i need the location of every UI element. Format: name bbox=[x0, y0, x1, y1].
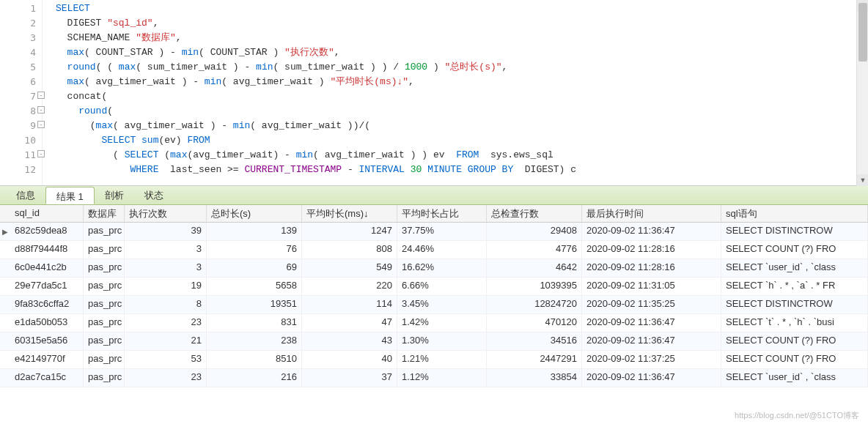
cell[interactable]: SELECT DISTINCTROW bbox=[721, 296, 868, 313]
cell[interactable]: 16.62% bbox=[397, 259, 487, 277]
fold-toggle-icon[interactable]: - bbox=[37, 92, 45, 99]
cell[interactable]: d88f79444f8 bbox=[10, 241, 84, 259]
cell[interactable]: 2020-09-02 11:35:25 bbox=[582, 296, 721, 313]
cell[interactable]: SELECT COUNT (?) FRO bbox=[721, 241, 868, 259]
cell[interactable]: 29408 bbox=[487, 223, 582, 240]
cell[interactable]: 29e77da5c1 bbox=[10, 278, 84, 295]
table-row[interactable]: 29e77da5c1pas_prc1956582206.66%103939520… bbox=[0, 278, 868, 296]
fold-toggle-icon[interactable]: - bbox=[37, 121, 45, 128]
cell[interactable]: 238 bbox=[207, 332, 302, 350]
cell[interactable]: 1.42% bbox=[397, 314, 487, 332]
cell[interactable]: pas_prc bbox=[84, 369, 125, 387]
cell[interactable]: 2020-09-02 11:37:25 bbox=[582, 351, 721, 368]
cell[interactable]: 2020-09-02 11:36:47 bbox=[582, 332, 721, 350]
cell[interactable]: pas_prc bbox=[84, 314, 125, 332]
cell[interactable]: 69 bbox=[207, 259, 302, 277]
col-last-exec[interactable]: 最后执行时间 bbox=[582, 205, 721, 222]
cell[interactable]: 8510 bbox=[207, 351, 302, 368]
cell[interactable]: 19351 bbox=[207, 296, 302, 313]
cell[interactable]: 808 bbox=[302, 241, 397, 259]
cell[interactable]: 6.66% bbox=[397, 278, 487, 295]
cell[interactable]: pas_prc bbox=[84, 223, 125, 240]
cell[interactable]: 139 bbox=[207, 223, 302, 240]
col-sql-text[interactable]: sql语句 bbox=[721, 205, 868, 222]
cell[interactable]: 216 bbox=[207, 369, 302, 387]
cell[interactable]: 8 bbox=[125, 296, 207, 313]
table-row[interactable]: 6c0e441c2bpas_prc36954916.62%46422020-09… bbox=[0, 259, 868, 278]
cell[interactable]: 1247 bbox=[302, 223, 397, 240]
cell[interactable]: pas_prc bbox=[84, 259, 125, 277]
cell[interactable]: 21 bbox=[125, 332, 207, 350]
tab-0[interactable]: 信息 bbox=[6, 186, 45, 204]
fold-toggle-icon[interactable]: - bbox=[37, 106, 45, 114]
cell[interactable]: 6c0e441c2b bbox=[10, 259, 84, 277]
sql-editor[interactable]: 1234567-8-9-1011-12 SELECT DIGEST "sql_i… bbox=[0, 0, 868, 186]
cell[interactable]: 220 bbox=[302, 278, 397, 295]
cell[interactable]: 5658 bbox=[207, 278, 302, 295]
cell[interactable]: 37.75% bbox=[397, 223, 487, 240]
cell[interactable]: 4776 bbox=[487, 241, 582, 259]
table-row[interactable]: 9fa83c6cffa2pas_prc8193511143.45%1282472… bbox=[0, 296, 868, 314]
cell[interactable]: pas_prc bbox=[84, 332, 125, 350]
cell[interactable]: 39 bbox=[125, 223, 207, 240]
cell[interactable]: 4642 bbox=[487, 259, 582, 277]
editor-scrollbar[interactable]: ▲ ▼ bbox=[856, 0, 868, 186]
cell[interactable]: 24.46% bbox=[397, 241, 487, 259]
cell[interactable]: 37 bbox=[302, 369, 397, 387]
cell[interactable]: 2020-09-02 11:28:16 bbox=[582, 259, 721, 277]
cell[interactable]: 2020-09-02 11:36:47 bbox=[582, 314, 721, 332]
cell[interactable]: SELECT DISTINCTROW bbox=[721, 223, 868, 240]
cell[interactable]: 3.45% bbox=[397, 296, 487, 313]
cell[interactable]: 23 bbox=[125, 369, 207, 387]
cell[interactable]: 9fa83c6cffa2 bbox=[10, 296, 84, 313]
code-content[interactable]: SELECT DIGEST "sql_id", SCHEMA_NAME "数据库… bbox=[43, 0, 868, 185]
col-avg-time[interactable]: 平均时长(ms)↓ bbox=[302, 205, 397, 222]
tab-3[interactable]: 状态 bbox=[134, 186, 174, 204]
cell[interactable]: 53 bbox=[125, 351, 207, 368]
cell[interactable]: SELECT `user_id` , `class bbox=[721, 369, 868, 387]
scroll-down-icon[interactable]: ▼ bbox=[857, 174, 868, 186]
cell[interactable]: pas_prc bbox=[84, 351, 125, 368]
tab-1[interactable]: 结果 1 bbox=[45, 187, 95, 204]
cell[interactable]: pas_prc bbox=[84, 296, 125, 313]
cell[interactable]: 2447291 bbox=[487, 351, 582, 368]
cell[interactable]: SELECT `t` . * , `h` . `busi bbox=[721, 314, 868, 332]
cell[interactable]: 2020-09-02 11:36:47 bbox=[582, 369, 721, 387]
cell[interactable]: pas_prc bbox=[84, 278, 125, 295]
cell[interactable]: pas_prc bbox=[84, 241, 125, 259]
cell[interactable]: 3 bbox=[125, 241, 207, 259]
cell[interactable]: SELECT COUNT (?) FRO bbox=[721, 351, 868, 368]
cell[interactable]: 60315e5a56 bbox=[10, 332, 84, 350]
table-row[interactable]: 60315e5a56pas_prc21238431.30%345162020-0… bbox=[0, 332, 868, 351]
cell[interactable]: 3 bbox=[125, 259, 207, 277]
cell[interactable]: 47 bbox=[302, 314, 397, 332]
cell[interactable]: 470120 bbox=[487, 314, 582, 332]
cell[interactable]: 1.12% bbox=[397, 369, 487, 387]
col-total-time[interactable]: 总时长(s) bbox=[207, 205, 302, 222]
cell[interactable]: 76 bbox=[207, 241, 302, 259]
cell[interactable]: 33854 bbox=[487, 369, 582, 387]
cell[interactable]: 43 bbox=[302, 332, 397, 350]
tab-2[interactable]: 剖析 bbox=[95, 186, 134, 204]
col-rows-examined[interactable]: 总检查行数 bbox=[487, 205, 582, 222]
cell[interactable]: SELECT `user_id` , `class bbox=[721, 259, 868, 277]
table-row[interactable]: ▶682c59dea8pas_prc39139124737.75%2940820… bbox=[0, 223, 868, 241]
cell[interactable]: d2ac7ca15c bbox=[10, 369, 84, 387]
cell[interactable]: 682c59dea8 bbox=[10, 223, 84, 240]
cell[interactable]: SELECT COUNT (?) FRO bbox=[721, 332, 868, 350]
table-row[interactable]: e42149770fpas_prc538510401.21%2447291202… bbox=[0, 351, 868, 369]
cell[interactable]: 19 bbox=[125, 278, 207, 295]
cell[interactable]: e1da50b053 bbox=[10, 314, 84, 332]
cell[interactable]: 2020-09-02 11:36:47 bbox=[582, 223, 721, 240]
col-database[interactable]: 数据库 bbox=[84, 205, 125, 222]
cell[interactable]: 1.21% bbox=[397, 351, 487, 368]
cell[interactable]: e42149770f bbox=[10, 351, 84, 368]
cell[interactable]: 23 bbox=[125, 314, 207, 332]
scroll-thumb[interactable] bbox=[858, 3, 867, 62]
table-row[interactable]: d88f79444f8pas_prc37680824.46%47762020-0… bbox=[0, 241, 868, 259]
col-exec-count[interactable]: 执行次数 bbox=[125, 205, 207, 222]
cell[interactable]: 1039395 bbox=[487, 278, 582, 295]
table-row[interactable]: d2ac7ca15cpas_prc23216371.12%338542020-0… bbox=[0, 369, 868, 387]
cell[interactable]: 12824720 bbox=[487, 296, 582, 313]
cell[interactable]: 2020-09-02 11:28:16 bbox=[582, 241, 721, 259]
